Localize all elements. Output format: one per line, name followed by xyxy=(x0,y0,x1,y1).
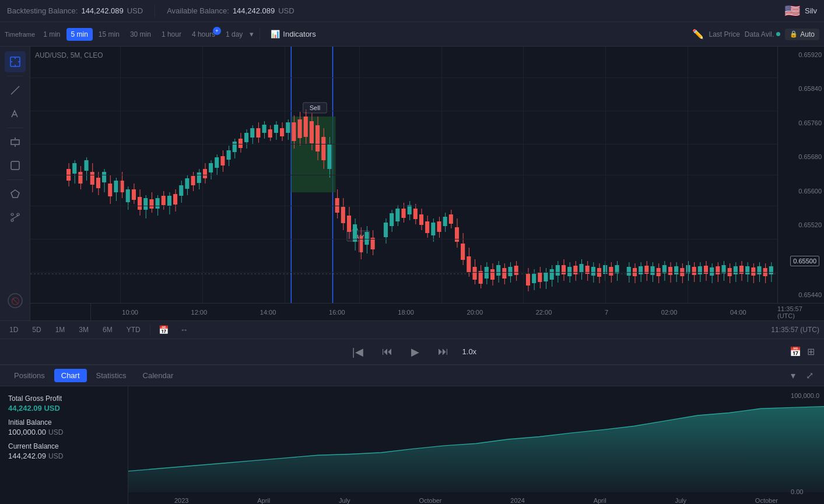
tab-positions[interactable]: Positions xyxy=(7,369,52,382)
price-axis: 0.65920 0.65840 0.65760 0.65680 0.65600 … xyxy=(777,47,824,303)
time-1200: 12:00 xyxy=(191,309,208,316)
profit-chart: 2023 April July October 2024 April July … xyxy=(128,386,824,504)
svg-rect-100 xyxy=(292,122,296,141)
grid-h-5 xyxy=(30,206,777,206)
pencil-icon[interactable]: ✏️ xyxy=(692,29,704,40)
svg-rect-43 xyxy=(132,189,136,200)
shape-tool[interactable] xyxy=(5,155,26,176)
tf-1day[interactable]: 1 day xyxy=(221,28,247,41)
svg-rect-121 xyxy=(347,216,351,232)
indicators-button[interactable]: 📊 Indicators xyxy=(265,27,321,41)
range-3m[interactable]: 3M xyxy=(74,324,93,336)
price-4: 0.65600 xyxy=(780,188,822,195)
line-tool[interactable] xyxy=(5,80,26,101)
tab-calendar[interactable]: Calendar xyxy=(136,369,181,382)
fullscreen-icon[interactable]: ⤢ xyxy=(802,369,817,382)
svg-rect-131 xyxy=(384,223,388,237)
gross-profit-row: Total Gross Profit 44,242.09 USD xyxy=(8,394,120,413)
polygon-tool[interactable] xyxy=(5,184,26,205)
lock-icon: 🔒 xyxy=(790,30,798,38)
range-ytd[interactable]: YTD xyxy=(122,324,145,336)
range-1d[interactable]: 1D xyxy=(5,324,23,336)
pb-skip-start[interactable]: |◀ xyxy=(348,343,368,361)
tf-1hour[interactable]: 1 hour xyxy=(157,28,186,41)
tf-5min[interactable]: 5 min xyxy=(66,28,93,41)
chart-area[interactable]: AUD/USD, 5M, CLEO xyxy=(30,47,777,303)
pb-prev[interactable]: ⏮ xyxy=(377,343,397,360)
utc-time: 11:35:57 (UTC) xyxy=(771,326,819,334)
pb-expand[interactable]: ⊞ xyxy=(807,346,815,357)
main-chart-area: 🚫 AUD/USD, 5M, CLEO xyxy=(0,47,824,320)
svg-marker-11 xyxy=(11,190,19,198)
gross-profit-label: Total Gross Profit xyxy=(8,394,120,403)
time-0200: 02:00 xyxy=(661,309,678,316)
side-toolbar: 🚫 xyxy=(0,47,30,320)
pb-next[interactable]: ⏭ xyxy=(433,343,453,360)
svg-rect-49 xyxy=(149,199,153,209)
rect-tool[interactable] xyxy=(5,132,26,153)
pb-calendar[interactable]: 📅 xyxy=(790,346,801,357)
indicators-label: Indicators xyxy=(283,30,315,38)
node-tool[interactable] xyxy=(5,207,26,228)
collapse-icon[interactable]: ▾ xyxy=(787,369,799,382)
chart-symbol: AUD/USD, 5M, CLEO xyxy=(35,51,103,59)
svg-rect-83 xyxy=(250,128,254,138)
data-avail-item: Data Avil. xyxy=(745,30,780,38)
range-1m[interactable]: 1M xyxy=(51,324,70,336)
svg-rect-253 xyxy=(757,266,761,274)
tf-dropdown[interactable]: ▾ xyxy=(248,27,255,41)
svg-rect-25 xyxy=(78,172,82,184)
svg-rect-75 xyxy=(227,150,231,160)
svg-rect-199 xyxy=(591,267,595,276)
svg-rect-239 xyxy=(716,266,720,274)
svg-rect-65 xyxy=(197,172,201,183)
svg-rect-129 xyxy=(371,238,375,249)
px-april2: April xyxy=(594,497,606,504)
extend-icon-btn[interactable]: ↔ xyxy=(177,323,192,336)
range-separator xyxy=(150,325,150,335)
auto-button[interactable]: 🔒 Auto xyxy=(785,29,819,40)
current-balance-currency: USD xyxy=(48,452,63,460)
price-7: 0.65440 xyxy=(780,291,822,298)
svg-rect-195 xyxy=(579,264,583,273)
px-april1: April xyxy=(257,497,270,504)
tf-4hours[interactable]: 4 hours + xyxy=(187,28,220,41)
svg-rect-237 xyxy=(710,267,714,276)
tf-30min[interactable]: 30 min xyxy=(125,28,156,41)
bottom-stats: Total Gross Profit 44,242.09 USD Initial… xyxy=(0,386,128,504)
px-july2: July xyxy=(675,497,686,504)
pb-play[interactable]: ▶ xyxy=(406,343,424,361)
tab-statistics[interactable]: Statistics xyxy=(89,369,134,382)
backtesting-currency: USD xyxy=(127,6,143,15)
svg-line-5 xyxy=(11,86,19,94)
svg-rect-187 xyxy=(556,265,560,276)
auto-label: Auto xyxy=(800,30,815,38)
svg-rect-23 xyxy=(72,163,76,174)
initial-balance-value: 100,000.00 xyxy=(8,428,46,436)
last-price-label: Last Price xyxy=(709,30,739,38)
time-2200: 22:00 xyxy=(536,309,552,316)
calendar-icon-btn[interactable]: 📅 xyxy=(155,323,172,336)
px-2023: 2023 xyxy=(174,497,188,504)
side-separator-1 xyxy=(7,76,23,76)
tf-1min[interactable]: 1 min xyxy=(38,28,65,41)
initial-balance-label: Initial Balance xyxy=(8,418,120,427)
svg-rect-167 xyxy=(490,269,495,280)
pen-tool[interactable] xyxy=(5,103,26,124)
svg-rect-104 xyxy=(304,117,308,137)
backtesting-value: 144,242.089 xyxy=(81,6,123,15)
svg-rect-119 xyxy=(341,207,345,223)
svg-rect-127 xyxy=(364,232,369,245)
data-avail-dot xyxy=(776,32,780,36)
side-separator-2 xyxy=(7,128,23,128)
time-1000: 10:00 xyxy=(122,309,138,316)
toolbar-separator xyxy=(260,28,260,41)
range-5d[interactable]: 5D xyxy=(27,324,45,336)
crosshair-tool[interactable] xyxy=(5,51,26,72)
svg-rect-251 xyxy=(751,267,755,276)
tf-15min[interactable]: 15 min xyxy=(94,28,124,41)
range-6m[interactable]: 6M xyxy=(98,324,117,336)
grid-h-4 xyxy=(30,175,777,175)
tab-chart[interactable]: Chart xyxy=(54,369,87,382)
current-balance-label: Current Balance xyxy=(8,442,120,450)
